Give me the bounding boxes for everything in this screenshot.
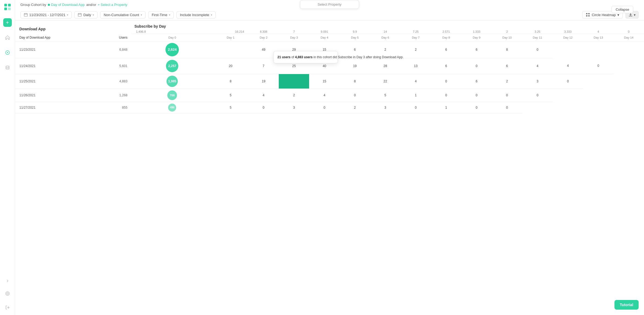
cell-1-2: 25 [279, 58, 309, 74]
group-cohort-label: Group Cohort by [20, 3, 46, 7]
svg-point-11 [586, 13, 588, 14]
avg-day-7: 7.25 [400, 28, 431, 34]
day-label-14: Day 14 [614, 34, 644, 41]
first-time-value: First-Time [152, 13, 167, 17]
row-date-4: 11/27/2021 [15, 102, 96, 113]
circle-0: 2,624 [165, 43, 179, 56]
row-date-1: 11/24/2021 [15, 58, 96, 74]
cell-1-12: 0 [583, 58, 613, 74]
cell-4-9: 0 [492, 102, 522, 113]
tutorial-button[interactable]: Tutorial [614, 300, 639, 310]
svg-point-5 [7, 52, 8, 53]
cohort-table-area[interactable]: Download App Subscribe by Day 1,496.816.… [15, 20, 644, 315]
table-row: 11/24/20215,6012,2572072540192813606440 [15, 58, 644, 74]
collapse-button[interactable]: Collapse [612, 6, 633, 13]
cell-2-9: 2 [492, 74, 522, 89]
download-icon [628, 13, 633, 17]
row-date-0: 11/23/2021 [15, 41, 96, 58]
avg-day-11: 3.25 [522, 28, 553, 34]
cell-3-0: 5 [213, 89, 248, 102]
add-button[interactable]: + [3, 18, 12, 27]
incomplete-chevron: ▾ [211, 13, 212, 16]
cell-1-10: 4 [522, 58, 553, 74]
select-property-link[interactable]: Select a Property [98, 3, 127, 7]
svg-rect-9 [24, 13, 27, 16]
day-label-13: Day 13 [583, 34, 613, 41]
cell-4-4: 2 [340, 102, 370, 113]
row-circle-2: 1,985 [132, 74, 213, 89]
day-label-8: Day 8 [431, 34, 461, 41]
day-label-9: Day 9 [461, 34, 492, 41]
avg-day-13: 4 [583, 28, 613, 34]
cell-3-7: 0 [431, 89, 461, 102]
cell-1-6: 13 [400, 58, 431, 74]
avg-day-0: 1,496.8 [132, 28, 213, 34]
cell-0-3: 15 [309, 41, 339, 58]
svg-rect-2 [4, 8, 7, 10]
svg-point-8 [7, 293, 8, 294]
row-users-1: 5,601 [96, 58, 132, 74]
cell-4-1: 0 [248, 102, 279, 113]
first-time-filter[interactable]: First-Time ▾ [148, 11, 174, 19]
sidebar-item-settings[interactable] [3, 289, 12, 298]
count-mode-filter[interactable]: Non-Cumulative Count ▾ [100, 11, 146, 19]
day-of-download-app[interactable]: Day of Download App [48, 3, 85, 7]
cell-2-7: 0 [431, 74, 461, 89]
view-mode-chevron: ▾ [617, 13, 619, 17]
avg-day-8: 2.571 [431, 28, 461, 34]
sidebar-item-compass[interactable] [3, 48, 12, 57]
svg-point-14 [588, 15, 590, 17]
cell-2-10: 3 [522, 74, 553, 89]
sidebar-item-logout[interactable] [3, 303, 12, 312]
cell-2-5: 22 [370, 74, 400, 89]
cell-0-9: 8 [492, 41, 522, 58]
cell-3-2: 2 [279, 89, 309, 102]
cell-4-0: 5 [213, 102, 248, 113]
date-range-filter[interactable]: 11/23/2021 - 12/7/2021 ▾ [20, 11, 72, 19]
cell-1-3: 40 [309, 58, 339, 74]
row-users-3: 1,268 [96, 89, 132, 102]
cell-2-0: 8 [213, 74, 248, 89]
cell-1-0: 20 [213, 58, 248, 74]
users-label-header: Users [96, 34, 132, 41]
andor-label: and/or [86, 3, 96, 7]
cell-1-8: 0 [461, 58, 492, 74]
cell-0-5: 2 [370, 41, 400, 58]
avg-day-10: 2 [492, 28, 522, 34]
users-col-header [96, 20, 132, 34]
circle-3: 766 [167, 90, 177, 100]
day-label-1: Day 1 [213, 34, 248, 41]
cell-4-2: 3 [279, 102, 309, 113]
cell-3-4: 0 [340, 89, 370, 102]
table-row: 11/27/20218554965030230100 [15, 102, 644, 113]
row-users-2: 4,883 [96, 74, 132, 89]
cell-2-2 [279, 74, 309, 89]
cell-0-4: 6 [340, 41, 370, 58]
avg-day-14: 0 [614, 28, 644, 34]
row-circle-0: 2,624 [132, 41, 213, 58]
circle-4: 496 [168, 104, 176, 112]
interval-filter[interactable]: Daily ▾ [74, 11, 97, 19]
cell-3-1: 4 [248, 89, 279, 102]
avg-day-6: 14 [370, 28, 400, 34]
svg-rect-1 [8, 4, 11, 6]
cell-4-8: 0 [461, 102, 492, 113]
avg-day-9: 1.333 [461, 28, 492, 34]
incomplete-filter[interactable]: Include Incomplete ▾ [176, 11, 216, 19]
download-app-header: Download App [15, 20, 96, 34]
expand-icon[interactable] [5, 279, 10, 284]
svg-rect-0 [4, 4, 7, 6]
sidebar-item-database[interactable] [3, 63, 12, 72]
row-date-2: 11/25/2021 [15, 74, 96, 89]
calendar-icon [24, 13, 28, 17]
cell-4-3: 0 [309, 102, 339, 113]
sidebar-item-home[interactable] [3, 33, 12, 42]
cell-3-6: 1 [400, 89, 431, 102]
day-label-12: Day 12 [553, 34, 583, 41]
row-users-0: 6,848 [96, 41, 132, 58]
table-row: 11/23/20216,8482,624492921 users of 4,88… [15, 41, 644, 58]
cell-1-7: 6 [431, 58, 461, 74]
avg-day-5: 9.9 [340, 28, 370, 34]
select-property-dropdown[interactable]: Select Property [300, 0, 359, 9]
circle-1: 2,257 [166, 60, 178, 72]
